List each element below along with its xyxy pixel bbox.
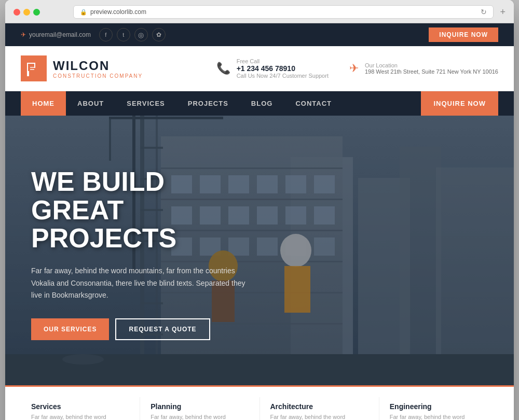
phone-icon: 📞 [216,62,230,75]
hero-title: WE BUILD GREAT PROJECTS [31,167,270,253]
request-quote-button[interactable]: REQUEST A QUOTE [115,318,210,340]
logo-icon [21,55,47,81]
service-title-3: Engineering [390,402,488,411]
nav-home[interactable]: HOME [21,91,66,116]
location-contact: ✈ Our Location 198 West 21th Street, Sui… [349,62,498,75]
free-call-label: Free Call [237,58,329,64]
browser-window: 🔒 preview.colorlib.com ↻ + ✈ youremail@e… [5,0,514,420]
email-link[interactable]: ✈ youremail@email.com [21,31,91,38]
svg-rect-5 [30,69,34,70]
topbar-inquire-button[interactable]: INQUIRE NOW [429,27,498,42]
social-icons: f t ◎ ✿ [99,28,166,41]
service-desc-2: Far far away, behind the word mountains [270,413,368,420]
hero-description: Far far away, behind the word mountains,… [31,265,249,302]
minimize-dot[interactable] [23,9,30,16]
email-icon: ✈ [21,31,26,38]
nav-items: HOME ABOUT SERVICES PROJECTS BLOG CONTAC… [21,91,421,116]
logo-sub: CONSTRUCTION COMPANY [53,73,143,79]
address-text: preview.colorlib.com [90,8,146,16]
browser-chrome: 🔒 preview.colorlib.com ↻ + [5,0,514,23]
service-card-0: Services Far far away, behind the word m… [21,397,140,420]
new-tab-button[interactable]: + [500,7,506,18]
email-text: youremail@email.com [29,31,91,38]
close-dot[interactable] [13,9,20,16]
svg-rect-4 [30,67,35,68]
dribbble-icon[interactable]: ✿ [152,28,166,41]
top-bar-left: ✈ youremail@email.com f t ◎ ✿ [21,28,166,41]
instagram-icon[interactable]: ◎ [134,28,148,41]
our-services-button[interactable]: OUR SERVICES [31,318,109,340]
nav-inquire-button[interactable]: INQUIRE NOW [421,91,498,116]
service-desc-0: Far far away, behind the word mountains [31,413,129,420]
phone-sub: Call Us Now 24/7 Customer Support [237,73,329,79]
service-desc-3: Far far away, behind the word mountains [390,413,488,420]
svg-rect-1 [27,63,28,72]
header-contact: 📞 Free Call +1 234 456 78910 Call Us Now… [216,58,498,79]
hero-content: WE BUILD GREAT PROJECTS Far far away, be… [5,116,296,366]
logo-name: WILCON [53,59,143,73]
phone-number: +1 234 456 78910 [237,64,329,73]
location-address: 198 West 21th Street, Suite 721 New York… [365,68,498,75]
facebook-icon[interactable]: f [99,28,113,41]
navbar: HOME ABOUT SERVICES PROJECTS BLOG CONTAC… [5,91,514,116]
service-title-0: Services [31,402,129,411]
nav-blog[interactable]: BLOG [240,91,284,116]
service-title-1: Planning [151,402,249,411]
service-title-2: Architecture [270,402,368,411]
refresh-icon[interactable]: ↻ [481,8,487,16]
service-desc-1: Far far away, behind the word mountains [151,413,249,420]
top-bar: ✈ youremail@email.com f t ◎ ✿ INQUIRE NO… [5,23,514,46]
browser-dots [13,9,40,16]
hero-title-line1: WE BUILD [31,166,165,197]
nav-projects[interactable]: PROJECTS [176,91,240,116]
nav-contact[interactable]: CONTACT [284,91,343,116]
hero-title-line2: GREAT PROJECTS [31,195,176,254]
nav-services[interactable]: SERVICES [115,91,176,116]
logo-area: WILCON CONSTRUCTION COMPANY [21,55,143,81]
service-card-1: Planning Far far away, behind the word m… [140,397,260,420]
phone-contact: 📞 Free Call +1 234 456 78910 Call Us Now… [216,58,329,79]
hero-buttons: OUR SERVICES REQUEST A QUOTE [31,318,270,340]
svg-rect-2 [27,63,35,64]
twitter-icon[interactable]: t [117,28,130,41]
services-strip: Services Far far away, behind the word m… [5,385,514,420]
maximize-dot[interactable] [33,9,40,16]
site-header: WILCON CONSTRUCTION COMPANY 📞 Free Call … [5,46,514,91]
address-bar[interactable]: 🔒 preview.colorlib.com ↻ [73,5,494,19]
location-label: Our Location [365,62,498,68]
nav-about[interactable]: ABOUT [66,91,115,116]
service-card-3: Engineering Far far away, behind the wor… [379,397,498,420]
lock-icon: 🔒 [80,9,87,16]
hero-section: WE BUILD GREAT PROJECTS Far far away, be… [5,116,514,385]
location-icon: ✈ [349,62,359,75]
logo-text-block: WILCON CONSTRUCTION COMPANY [53,59,143,79]
service-card-2: Architecture Far far away, behind the wo… [260,397,379,420]
